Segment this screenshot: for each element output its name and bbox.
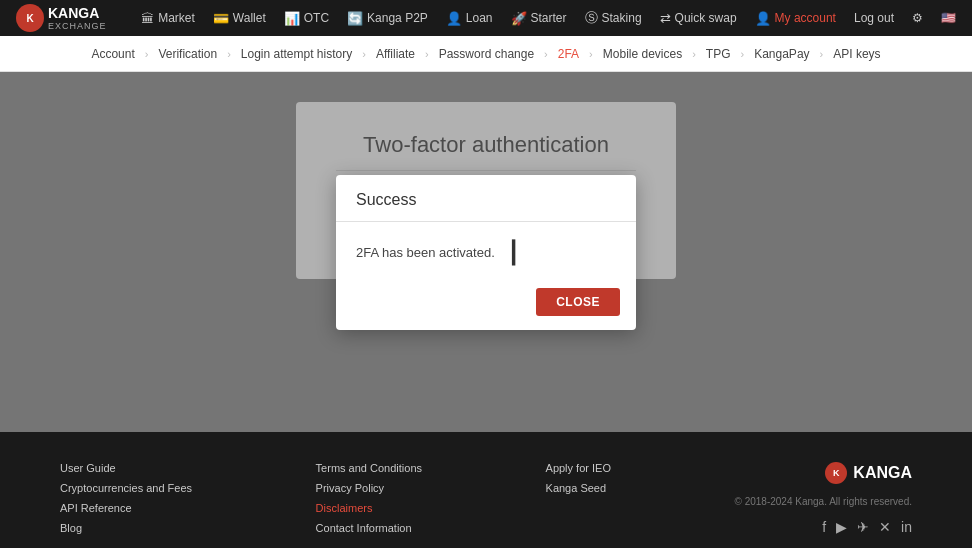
footer-crypto-fees[interactable]: Cryptocurrencies and Fees (60, 482, 192, 494)
market-icon: 🏛 (141, 11, 154, 26)
twitter-icon[interactable]: ✕ (879, 519, 891, 535)
footer-kanga-seed[interactable]: Kanga Seed (546, 482, 611, 494)
otc-icon: 📊 (284, 11, 300, 26)
secondary-navigation: Account › Verification › Login attempt h… (0, 36, 972, 72)
success-modal: Success 2FA has been activated. ┃ CLOSE (336, 175, 636, 330)
sec-nav-password[interactable]: Password change (429, 36, 544, 72)
sec-nav-login-history[interactable]: Login attempt history (231, 36, 362, 72)
main-content: Two-factor authentication Your account i… (0, 72, 972, 432)
nav-quickswap[interactable]: ⇄ Quick swap (660, 11, 737, 26)
modal-body: 2FA has been activated. ┃ (336, 222, 636, 280)
wallet-icon: 💳 (213, 11, 229, 26)
footer-col-2: Terms and Conditions Privacy Policy Disc… (316, 462, 422, 534)
nav-starter[interactable]: 🚀 Starter (511, 11, 567, 26)
logo[interactable]: K KANGA EXCHANGE (16, 4, 107, 32)
nav-settings[interactable]: ⚙ (912, 11, 923, 25)
close-button[interactable]: CLOSE (536, 288, 620, 316)
nav-logout[interactable]: Log out (854, 11, 894, 25)
footer: User Guide Cryptocurrencies and Fees API… (0, 432, 972, 548)
nav-flag[interactable]: 🇺🇸 (941, 11, 956, 25)
footer-col-3: Apply for IEO Kanga Seed (546, 462, 611, 494)
footer-terms[interactable]: Terms and Conditions (316, 462, 422, 474)
nav-loan[interactable]: 👤 Loan (446, 11, 493, 26)
staking-icon: Ⓢ (585, 9, 598, 27)
footer-social-links: f ▶ ✈ ✕ in (822, 519, 912, 535)
modal-overlay: Success 2FA has been activated. ┃ CLOSE (0, 72, 972, 432)
top-nav-links: 🏛 Market 💳 Wallet 📊 OTC 🔄 Kanga P2P 👤 Lo… (141, 9, 956, 27)
p2p-icon: 🔄 (347, 11, 363, 26)
quickswap-icon: ⇄ (660, 11, 671, 26)
footer-contact[interactable]: Contact Information (316, 522, 422, 534)
sec-nav-2fa[interactable]: 2FA (548, 36, 589, 72)
footer-ieo[interactable]: Apply for IEO (546, 462, 611, 474)
nav-wallet[interactable]: 💳 Wallet (213, 11, 266, 26)
footer-logo-icon: K (825, 462, 847, 484)
nav-market[interactable]: 🏛 Market (141, 11, 195, 26)
footer-api-ref[interactable]: API Reference (60, 502, 192, 514)
footer-logo: K KANGA (825, 462, 912, 484)
footer-copyright: © 2018-2024 Kanga. All rights reserved. (735, 496, 912, 507)
logo-text-block: KANGA EXCHANGE (48, 5, 107, 31)
starter-icon: 🚀 (511, 11, 527, 26)
nav-staking[interactable]: Ⓢ Staking (585, 9, 642, 27)
footer-privacy[interactable]: Privacy Policy (316, 482, 422, 494)
sec-nav-affiliate[interactable]: Affiliate (366, 36, 425, 72)
modal-footer: CLOSE (336, 280, 636, 330)
modal-header: Success (336, 175, 636, 222)
sec-nav-kangapay[interactable]: KangaPay (744, 36, 819, 72)
footer-logo-text: KANGA (853, 464, 912, 482)
facebook-icon[interactable]: f (822, 519, 826, 535)
loan-icon: 👤 (446, 11, 462, 26)
logo-icon: K (16, 4, 44, 32)
footer-blog[interactable]: Blog (60, 522, 192, 534)
telegram-icon[interactable]: ✈ (857, 519, 869, 535)
sec-nav-tpg[interactable]: TPG (696, 36, 741, 72)
sec-nav-verification[interactable]: Verification (148, 36, 227, 72)
linkedin-icon[interactable]: in (901, 519, 912, 535)
myaccount-icon: 👤 (755, 11, 771, 26)
sec-nav-account[interactable]: Account (81, 36, 144, 72)
footer-col-1: User Guide Cryptocurrencies and Fees API… (60, 462, 192, 534)
settings-icon: ⚙ (912, 11, 923, 25)
nav-otc[interactable]: 📊 OTC (284, 11, 329, 26)
footer-disclaimers[interactable]: Disclaimers (316, 502, 422, 514)
nav-p2p[interactable]: 🔄 Kanga P2P (347, 11, 428, 26)
top-navigation: K KANGA EXCHANGE 🏛 Market 💳 Wallet 📊 OTC… (0, 0, 972, 36)
sec-nav-apikeys[interactable]: API keys (823, 36, 890, 72)
nav-myaccount[interactable]: 👤 My account (755, 11, 836, 26)
sec-nav-mobile[interactable]: Mobile devices (593, 36, 692, 72)
cursor-icon: ┃ (507, 242, 520, 264)
modal-title: Success (356, 191, 616, 209)
modal-message: 2FA has been activated. (356, 245, 495, 260)
youtube-icon[interactable]: ▶ (836, 519, 847, 535)
footer-right: K KANGA © 2018-2024 Kanga. All rights re… (735, 462, 912, 535)
flag-icon: 🇺🇸 (941, 11, 956, 25)
footer-user-guide[interactable]: User Guide (60, 462, 192, 474)
